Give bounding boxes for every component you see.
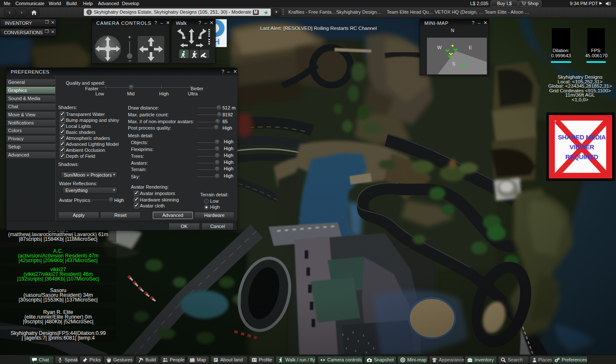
svg-text:+: +	[128, 34, 131, 40]
svg-text:S: S	[452, 61, 455, 66]
svg-text:−: −	[128, 58, 132, 63]
svg-text:W: W	[437, 45, 442, 50]
svg-text:E: E	[469, 45, 472, 50]
